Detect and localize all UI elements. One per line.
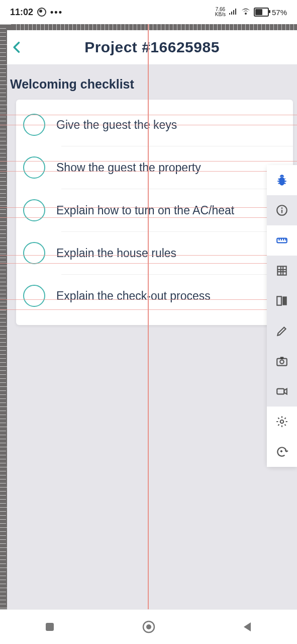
checkbox[interactable] (23, 156, 45, 179)
checklist-row[interactable]: Show the guest the property (16, 146, 293, 189)
svg-rect-11 (46, 623, 54, 631)
grid-icon[interactable] (267, 256, 297, 286)
checklist-row[interactable]: Explain the check-out process (16, 275, 293, 317)
checklist-label: Explain how to turn on the AC/heat (56, 204, 234, 217)
back-button[interactable] (10, 40, 24, 54)
checkbox[interactable] (23, 285, 45, 307)
wifi-icon (241, 8, 251, 17)
checklist-label: Explain the check-out process (56, 289, 211, 303)
ruler-icon[interactable] (267, 225, 297, 256)
battery-icon (254, 8, 269, 17)
nav-home[interactable] (129, 620, 169, 634)
checklist-label: Show the guest the property (56, 161, 201, 175)
compare-icon[interactable] (267, 286, 297, 316)
bug-icon[interactable] (267, 165, 297, 195)
network-speed: 7.66 KB/s (215, 7, 226, 17)
info-icon[interactable] (267, 195, 297, 225)
checkbox[interactable] (23, 242, 45, 264)
status-bar: 11:02 ••• 7.66 KB/s 57% (0, 0, 297, 24)
more-icon: ••• (50, 7, 63, 18)
camera-icon[interactable] (267, 346, 297, 376)
app-header: Project #16625985 (7, 30, 297, 65)
android-nav-bar (0, 609, 297, 644)
pencil-icon[interactable] (267, 316, 297, 346)
svg-rect-9 (277, 389, 284, 394)
rec-icon (37, 8, 46, 17)
settings-icon[interactable] (267, 407, 297, 437)
rotate-icon[interactable] (267, 437, 297, 467)
checklist-row[interactable]: Give the guest the keys (16, 104, 293, 146)
checklist-row[interactable]: Explain how to turn on the AC/heat (16, 189, 293, 231)
svg-point-10 (280, 420, 284, 424)
checklist-label: Explain the house rules (56, 247, 176, 260)
app-surface: Project #16625985 Welcoming checklist Gi… (7, 30, 297, 610)
svg-point-1 (281, 207, 283, 209)
section-title: Welcoming checklist (7, 65, 297, 100)
status-time: 11:02 (10, 7, 33, 18)
page-title: Project #16625985 (7, 39, 297, 56)
checkbox[interactable] (23, 199, 45, 221)
svg-rect-6 (282, 296, 287, 305)
checkbox[interactable] (23, 114, 45, 136)
svg-rect-5 (277, 296, 281, 305)
video-icon[interactable] (267, 376, 297, 407)
inspector-toolbar (267, 165, 297, 467)
checklist-card: Give the guest the keysShow the guest th… (16, 100, 293, 325)
signal-icon (229, 8, 238, 17)
svg-rect-4 (277, 266, 286, 275)
nav-recent[interactable] (30, 621, 70, 633)
svg-point-13 (146, 624, 151, 629)
svg-rect-2 (281, 210, 282, 213)
svg-point-8 (280, 360, 284, 364)
checklist-label: Give the guest the keys (56, 118, 177, 132)
checklist-row[interactable]: Explain the house rules (16, 232, 293, 274)
battery-pct: 57% (272, 8, 287, 17)
nav-back[interactable] (228, 621, 268, 633)
